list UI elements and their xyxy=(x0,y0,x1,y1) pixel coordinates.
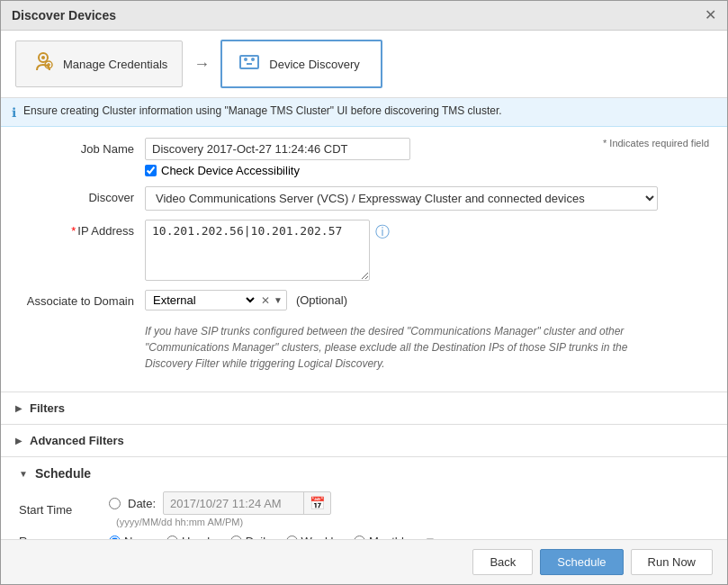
svg-point-6 xyxy=(244,58,247,61)
info-banner: ℹ Ensure creating Cluster information us… xyxy=(1,98,727,127)
calendar-icon[interactable]: 📅 xyxy=(303,492,330,514)
footer-bar: Back Schedule Run Now xyxy=(1,539,727,584)
domain-select-wrap: External ✕ ▼ xyxy=(145,290,287,310)
run-now-button[interactable]: Run Now xyxy=(631,549,713,575)
domain-select[interactable]: External xyxy=(149,292,257,308)
associate-domain-label: Associate to Domain xyxy=(19,290,145,308)
credentials-icon xyxy=(31,49,56,79)
start-time-row: Start Time Date: 📅 (yyyy/MM/dd hh:mm AM/… xyxy=(19,491,709,527)
discover-row: Discover Video Communications Server (VC… xyxy=(19,186,709,211)
sip-note-spacer xyxy=(19,320,145,324)
wizard-steps: Manage Credentials → Device Discovery xyxy=(1,31,727,98)
associate-domain-control: External ✕ ▼ (Optional) xyxy=(145,290,709,310)
wizard-arrow: → xyxy=(193,55,210,74)
domain-dropdown-arrow: ▼ xyxy=(274,295,283,305)
close-button[interactable]: ✕ xyxy=(705,8,716,22)
check-accessibility-row: Check Device Accessibility xyxy=(145,164,709,177)
schedule-chevron: ▼ xyxy=(19,469,28,479)
svg-point-1 xyxy=(41,56,45,59)
datetime-input[interactable] xyxy=(164,493,303,514)
datetime-input-wrap: 📅 xyxy=(163,491,331,515)
ip-info-icon[interactable]: ⓘ xyxy=(375,223,390,242)
svg-rect-5 xyxy=(240,56,258,68)
start-time-label: Start Time xyxy=(19,503,109,517)
schedule-title: Schedule xyxy=(35,466,91,481)
step-manage-credentials[interactable]: Manage Credentials xyxy=(15,40,183,87)
sip-note-control: If you have SIP trunks configured betwee… xyxy=(145,320,709,372)
ip-address-input[interactable]: 10.201.202.56|10.201.202.57 xyxy=(145,220,370,281)
advanced-filters-title: Advanced Filters xyxy=(30,434,124,447)
svg-rect-8 xyxy=(247,63,252,65)
info-icon: ℹ xyxy=(12,105,16,120)
sip-note-text: If you have SIP trunks configured betwee… xyxy=(145,323,658,372)
ip-textarea-wrap: 10.201.202.56|10.201.202.57 ⓘ xyxy=(145,220,709,281)
associate-domain-row: Associate to Domain External ✕ ▼ (Option… xyxy=(19,290,709,310)
schedule-button[interactable]: Schedule xyxy=(540,549,623,575)
form-section: * Indicates required field Job Name Chec… xyxy=(1,127,727,392)
dialog-title: Discover Devices xyxy=(12,8,116,22)
filters-header[interactable]: ▶ Filters xyxy=(1,392,727,424)
schedule-section: ▼ Schedule Start Time Date: 📅 (yyyy/MM/d xyxy=(1,456,727,539)
advanced-filters-chevron: ▶ xyxy=(15,436,22,446)
step-device-discovery[interactable]: Device Discovery xyxy=(220,40,382,88)
ip-address-row: IP Address 10.201.202.56|10.201.202.57 ⓘ xyxy=(19,220,709,281)
ip-address-control: 10.201.202.56|10.201.202.57 ⓘ xyxy=(145,220,709,281)
filters-chevron: ▶ xyxy=(15,403,22,413)
domain-row: External ✕ ▼ (Optional) xyxy=(145,290,709,310)
content-area: ℹ Ensure creating Cluster information us… xyxy=(1,98,727,539)
date-radio[interactable] xyxy=(109,498,121,509)
discover-devices-dialog: Discover Devices ✕ Manage Credentials → xyxy=(0,0,728,585)
start-time-controls: Date: 📅 (yyyy/MM/dd hh:mm AM/PM) xyxy=(109,491,331,527)
ip-address-label: IP Address xyxy=(19,220,145,238)
filters-section: ▶ Filters xyxy=(1,392,727,424)
sip-note-row: If you have SIP trunks configured betwee… xyxy=(19,320,709,372)
title-bar: Discover Devices ✕ xyxy=(1,1,727,31)
back-button[interactable]: Back xyxy=(472,549,533,575)
discover-label: Discover xyxy=(19,186,145,204)
date-radio-label: Date: xyxy=(128,497,156,510)
job-name-input[interactable] xyxy=(145,138,410,160)
check-accessibility-label: Check Device Accessibility xyxy=(161,164,300,177)
advanced-filters-header[interactable]: ▶ Advanced Filters xyxy=(1,425,727,456)
discover-select[interactable]: Video Communications Server (VCS) / Expr… xyxy=(145,186,658,211)
advanced-filters-section: ▶ Advanced Filters xyxy=(1,424,727,456)
date-format-hint: (yyyy/MM/dd hh:mm AM/PM) xyxy=(116,517,243,527)
info-message: Ensure creating Cluster information usin… xyxy=(23,104,502,117)
check-accessibility-checkbox[interactable] xyxy=(145,165,157,176)
filters-title: Filters xyxy=(30,401,65,415)
discovery-icon xyxy=(237,49,262,79)
domain-clear-button[interactable]: ✕ xyxy=(261,294,270,307)
discover-control: Video Communications Server (VCS) / Expr… xyxy=(145,186,709,211)
step2-label: Device Discovery xyxy=(269,58,359,71)
schedule-title-row: ▼ Schedule xyxy=(19,466,709,481)
job-name-label: Job Name xyxy=(19,138,145,156)
svg-point-7 xyxy=(251,58,255,61)
required-note: * Indicates required field xyxy=(603,138,709,148)
optional-label: (Optional) xyxy=(296,293,347,307)
step1-label: Manage Credentials xyxy=(63,58,167,71)
date-row: Date: 📅 xyxy=(109,491,331,515)
